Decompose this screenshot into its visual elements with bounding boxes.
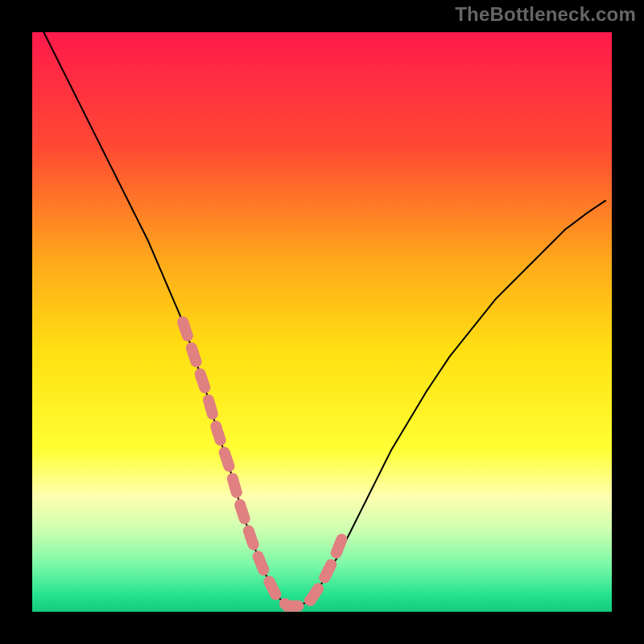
watermark-text: TheBottleneck.com [455, 3, 636, 26]
bottleneck-chart [32, 32, 612, 612]
chart-frame: TheBottleneck.com [0, 0, 644, 644]
gradient-background [32, 32, 612, 612]
plot-area [32, 32, 612, 612]
